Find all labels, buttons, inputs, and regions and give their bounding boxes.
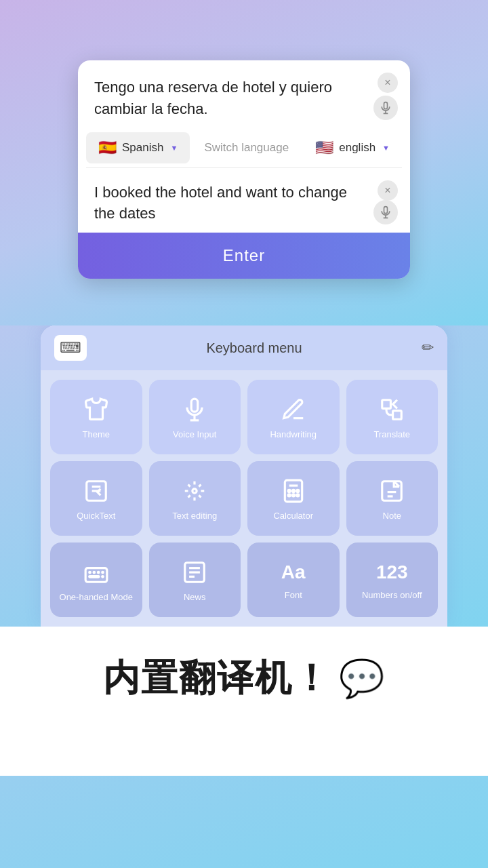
source-language-chevron: ▼	[170, 144, 178, 152]
menu-item-handwriting[interactable]: Handwriting	[247, 380, 340, 454]
pencil-icon	[281, 397, 306, 422]
news-icon	[182, 559, 207, 585]
menu-label-numbers: Numbers on/off	[362, 590, 422, 601]
bottom-main-text: 内置翻译机！	[103, 654, 331, 703]
translated-text: I booked the hotel and want to change th…	[94, 182, 394, 225]
source-text: Tengo una reserva de hotel y quiero camb…	[94, 77, 394, 120]
source-language-label: Spanish	[122, 141, 163, 155]
menu-item-theme[interactable]: Theme	[50, 380, 142, 454]
target-language-label: english	[339, 141, 375, 155]
source-language-button[interactable]: 🇪🇸 Spanish ▼	[86, 132, 190, 163]
menu-item-font[interactable]: Aa Font	[247, 542, 340, 617]
translation-card: Tengo una reserva de hotel y quiero camb…	[78, 60, 410, 279]
menu-label-font: Font	[285, 590, 302, 601]
bottom-text: 内置翻译机！ 💬	[103, 654, 386, 703]
menu-item-news[interactable]: News	[149, 542, 241, 617]
keyboard-panel: ⌨ Keyboard menu ✏ Theme Voice Input Hand…	[41, 326, 447, 627]
menu-item-voice-input[interactable]: Voice Input	[149, 380, 241, 454]
target-flag: 🇺🇸	[315, 139, 333, 157]
svg-point-14	[192, 489, 197, 493]
source-mic-button[interactable]	[373, 96, 398, 120]
menu-item-numbers[interactable]: 123 Numbers on/off	[346, 542, 439, 617]
menu-item-note[interactable]: Note	[346, 461, 439, 536]
numbers-icon: 123	[376, 561, 408, 583]
keyboard-icon: ⌨	[54, 335, 87, 361]
svg-point-21	[292, 494, 294, 496]
svg-rect-0	[384, 102, 388, 108]
menu-item-one-handed[interactable]: One-handed Mode	[50, 542, 142, 617]
translated-area: I booked the hotel and want to change th…	[78, 168, 410, 233]
arrows-icon	[182, 478, 207, 504]
menu-label-news: News	[184, 592, 206, 603]
mic-icon	[182, 397, 207, 422]
keyboard-small-icon	[83, 559, 109, 585]
shirt-icon	[83, 397, 109, 422]
menu-item-text-editing[interactable]: Text editing	[149, 461, 241, 536]
svg-point-22	[297, 494, 299, 496]
menu-label-one-handed: One-handed Mode	[60, 592, 133, 603]
calculator-icon	[281, 478, 306, 504]
translated-mic-button[interactable]	[373, 200, 398, 224]
svg-rect-3	[384, 207, 388, 214]
menu-label-translate: Translate	[373, 429, 410, 440]
svg-point-19	[297, 490, 299, 492]
quicktext-icon	[83, 478, 109, 504]
menu-item-calculator[interactable]: Calculator	[247, 461, 340, 536]
enter-button[interactable]: Enter	[78, 233, 410, 279]
svg-rect-6	[192, 399, 199, 412]
edit-icon[interactable]: ✏	[422, 339, 434, 357]
translated-close-button[interactable]: ×	[378, 180, 398, 201]
source-close-button[interactable]: ×	[378, 73, 398, 93]
target-language-button[interactable]: 🇺🇸 english ▼	[303, 132, 402, 163]
language-bar: 🇪🇸 Spanish ▼ Switch language 🇺🇸 english …	[78, 128, 410, 167]
menu-item-quicktext[interactable]: QuickText	[50, 461, 142, 536]
menu-label-text-editing: Text editing	[172, 511, 217, 521]
menu-label-note: Note	[383, 511, 401, 521]
device-background: Tengo una reserva de hotel y quiero camb…	[0, 0, 488, 326]
translate-icon	[379, 397, 405, 422]
svg-point-18	[292, 490, 294, 492]
svg-rect-9	[382, 400, 391, 409]
svg-point-20	[288, 494, 290, 496]
menu-label-theme: Theme	[83, 429, 110, 440]
svg-rect-10	[393, 411, 402, 420]
menu-label-voice-input: Voice Input	[173, 429, 216, 440]
note-icon	[379, 478, 405, 504]
menu-label-handwriting: Handwriting	[270, 429, 317, 440]
source-flag: 🇪🇸	[98, 139, 117, 157]
chat-bubble-icon: 💬	[339, 657, 386, 700]
keyboard-header: ⌨ Keyboard menu ✏	[41, 326, 447, 370]
bottom-section: 内置翻译机！ 💬	[0, 627, 488, 776]
source-area: Tengo una reserva de hotel y quiero camb…	[78, 60, 410, 128]
switch-language-button[interactable]: Switch language	[190, 134, 303, 161]
keyboard-menu-title: Keyboard menu	[87, 340, 422, 356]
menu-label-quicktext: QuickText	[77, 511, 115, 521]
menu-item-translate[interactable]: Translate	[346, 380, 439, 454]
menu-label-calculator: Calculator	[273, 511, 313, 521]
target-language-chevron: ▼	[382, 144, 390, 152]
svg-point-17	[288, 490, 290, 492]
menu-grid: Theme Voice Input Handwriting Translate	[41, 370, 447, 627]
font-icon: Aa	[281, 561, 306, 583]
